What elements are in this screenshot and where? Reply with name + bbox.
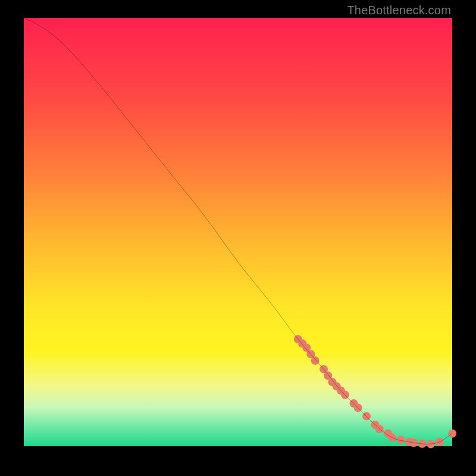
stage: TheBottleneck.com (0, 0, 476, 476)
plot-area (24, 18, 452, 446)
marker-dot (375, 425, 384, 433)
watermark-text: TheBottleneck.com (347, 4, 451, 17)
marker-dot (418, 440, 427, 448)
marker-dot (311, 356, 320, 365)
marker-dot (362, 412, 371, 421)
marker-dots (294, 335, 456, 448)
chart-svg (24, 18, 452, 446)
bottleneck-curve (24, 18, 452, 444)
